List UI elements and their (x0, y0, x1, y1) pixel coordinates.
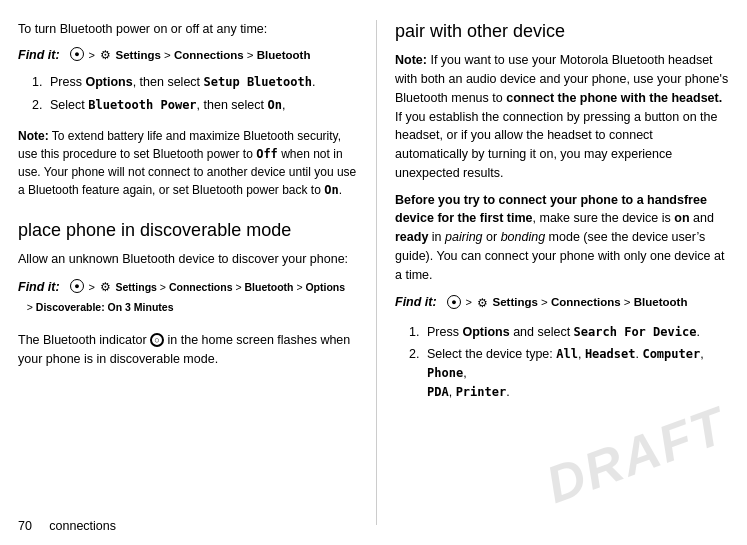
step-2-2-headset: Headset (585, 347, 636, 361)
right-italic-2: bonding (501, 230, 546, 244)
section-heading-discoverable: place phone in discoverable mode (18, 219, 358, 242)
right-and-text: and (690, 211, 714, 225)
gear-icon-3: ⚙ (477, 294, 488, 313)
find-it-2: Find it: ● > ⚙ Settings > Connections > … (18, 277, 358, 317)
arrow-1: > (89, 49, 98, 61)
step-2-1: Press Options and select Search For Devi… (423, 323, 729, 342)
step-2-1-options: Options (462, 325, 509, 339)
discoverable-note-text-1: The Bluetooth indicator (18, 333, 147, 347)
find-it-1: Find it: ● > ⚙ Settings > Connections > … (18, 45, 358, 65)
gear-icon-1: ⚙ (100, 46, 111, 65)
right-column: pair with other device Note: If you want… (376, 20, 729, 525)
intro-text: To turn Bluetooth power on or off at any… (18, 20, 358, 39)
step-1-2: Select Bluetooth Power, then select On, (46, 96, 358, 115)
page-number: 70 (18, 519, 32, 533)
phone-icon-2: ● (70, 279, 84, 293)
right-note-cont: If you establish the connection by press… (395, 110, 717, 180)
discoverable-note: The Bluetooth indicator ○ in the home sc… (18, 331, 358, 369)
note-off: Off (256, 147, 278, 161)
arrow-2: > (89, 281, 98, 293)
step-1-1-setup: Setup Bluetooth (204, 75, 312, 89)
find-it-3-label: Find it: (395, 295, 437, 309)
right-bold-para: Before you try to connect your phone to … (395, 191, 729, 285)
step-1-1-options: Options (85, 75, 132, 89)
right-in-pairing: in (428, 230, 445, 244)
right-note-block: Note: If you want to use your Motorola B… (395, 51, 729, 182)
category-label: connections (49, 519, 116, 533)
gear-icon-2: ⚙ (100, 278, 111, 297)
note-label-1: Note: (18, 129, 49, 143)
note-on: On (324, 183, 338, 197)
step-1-2-power: Bluetooth Power (88, 98, 196, 112)
step-2-2-phone: Phone (427, 366, 463, 380)
step-2-2-all: All (556, 347, 578, 361)
step-2-2-computer: Computer (642, 347, 700, 361)
discoverable-icon: ○ (150, 333, 164, 347)
discoverable-intro: Allow an unknown Bluetooth device to dis… (18, 250, 358, 269)
right-ready-text: ready (395, 230, 428, 244)
right-italic-1: pairing (445, 230, 483, 244)
right-on-text: on (674, 211, 689, 225)
step-1-2-on: On (267, 98, 281, 112)
step-2-2-pda: PDA (427, 385, 449, 399)
note-block-1: Note: To extend battery life and maximiz… (18, 127, 358, 199)
right-or-text: or (483, 230, 501, 244)
phone-icon: ● (70, 47, 84, 61)
left-column: To turn Bluetooth power on or off at any… (18, 20, 358, 525)
page-footer: 70 connections (18, 519, 116, 533)
steps-list-2: Press Options and select Search For Devi… (423, 323, 729, 406)
find-it-1-label: Find it: (18, 48, 60, 62)
step-2-2: Select the device type: All, Headset. Co… (423, 345, 729, 401)
step-1-1: Press Options, then select Setup Bluetoo… (46, 73, 358, 92)
step-2-1-search: Search For Device (574, 325, 697, 339)
right-note-text: If you want to use your Motorola Bluetoo… (395, 53, 728, 105)
find-it-1-path-label: Settings > Connections > Bluetooth (116, 49, 311, 61)
steps-list-1: Press Options, then select Setup Bluetoo… (46, 73, 358, 119)
find-it-3-path: Settings > Connections > Bluetooth (493, 296, 688, 308)
right-note-label: Note: (395, 53, 427, 67)
section-heading-pair: pair with other device (395, 20, 729, 43)
find-it-3: Find it: ● > ⚙ Settings > Connections > … (395, 292, 729, 312)
phone-icon-3: ● (447, 295, 461, 309)
arrow-3: > (466, 296, 475, 308)
find-it-2-path: Settings > Connections > Bluetooth > Opt… (18, 281, 345, 313)
right-bold-para-text: , make sure the device is (533, 211, 675, 225)
find-it-2-label: Find it: (18, 280, 60, 294)
step-2-2-printer: Printer (456, 385, 507, 399)
